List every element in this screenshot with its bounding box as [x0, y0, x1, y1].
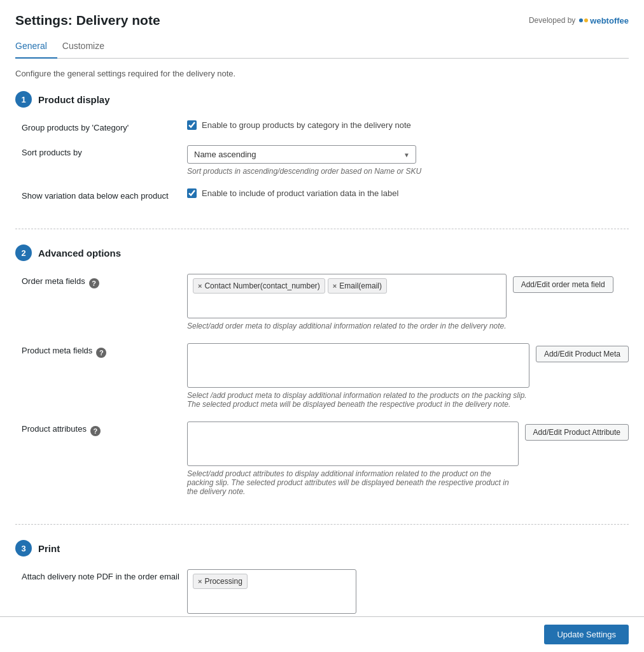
tab-general[interactable]: General: [15, 36, 57, 59]
field-content-product_meta: Select /add product meta to display addi…: [187, 343, 629, 409]
add-edit-btn-wrap-order_meta: Add/Edit order meta field: [513, 274, 613, 293]
update-settings-button[interactable]: Update Settings: [544, 625, 629, 644]
brand-name: webtoffee: [590, 16, 629, 25]
page-title: Settings: Delivery note: [15, 13, 160, 28]
section-header-1: 1Product display: [15, 91, 629, 108]
hint-sort_products: Sort products in ascending/descending or…: [187, 167, 629, 176]
field-row-product_attributes: Product attributes?Select/add product at…: [15, 422, 629, 496]
checkbox-variation_data[interactable]: [187, 188, 197, 198]
tag-label: Contact Number(contact_number): [204, 281, 319, 290]
tag-label: Email(email): [339, 281, 382, 290]
field-label-attach_pdf: Attach delivery note PDF in the order em…: [22, 569, 187, 581]
tags-input-area-order_meta: ×Contact Number(contact_number)×Email(em…: [187, 274, 507, 330]
add-edit-button-order_meta[interactable]: Add/Edit order meta field: [513, 276, 613, 293]
field-row-sort_products: Sort products byName ascendingName desce…: [15, 145, 629, 176]
help-icon[interactable]: ?: [96, 348, 106, 358]
tags-input-area-product_attributes: Select/add product attributes to display…: [187, 422, 519, 496]
logo-dot-blue: [579, 18, 583, 22]
config-description: Configure the general settings required …: [15, 69, 629, 78]
meta-area-product_attributes: Select/add product attributes to display…: [187, 422, 629, 496]
field-label-variation_data: Show variation data below each product: [22, 188, 187, 201]
tag-remove-button[interactable]: ×: [198, 282, 202, 290]
add-edit-button-product_meta[interactable]: Add/Edit Product Meta: [536, 346, 629, 362]
hint-order_meta: Select/add order meta to display additio…: [187, 322, 507, 330]
section-number-1: 1: [15, 91, 32, 108]
section-2: 2Advanced optionsOrder meta fields?×Cont…: [15, 244, 629, 525]
add-edit-btn-wrap-product_attributes: Add/Edit Product Attribute: [525, 422, 629, 441]
meta-area-order_meta: ×Contact Number(contact_number)×Email(em…: [187, 274, 613, 330]
hint-product_meta: Select /add product meta to display addi…: [187, 391, 529, 409]
sections-container: 1Product displayGroup products by 'Categ…: [15, 91, 629, 652]
field-label-group_products: Group products by 'Category': [22, 120, 187, 132]
field-label-order_meta: Order meta fields?: [22, 274, 187, 288]
section-title-2: Advanced options: [38, 248, 121, 259]
tags-input-area-product_meta: Select /add product meta to display addi…: [187, 343, 529, 409]
logo-dot-yellow: [584, 18, 588, 22]
checkbox-label-group_products: Enable to group products by category in …: [202, 120, 411, 130]
section-title-1: Product display: [38, 94, 110, 105]
tabs: General Customize: [15, 36, 629, 59]
field-content-group_products: Enable to group products by category in …: [187, 120, 629, 130]
add-edit-btn-wrap-product_meta: Add/Edit Product Meta: [536, 343, 629, 362]
tag: ×Processing: [193, 574, 248, 589]
field-label-product_attributes: Product attributes?: [22, 422, 187, 436]
meta-area-product_meta: Select /add product meta to display addi…: [187, 343, 629, 409]
tag-remove-button[interactable]: ×: [198, 578, 202, 585]
tag-label: Processing: [204, 577, 242, 586]
section-title-3: Print: [38, 543, 60, 554]
webtoffee-logo: webtoffee: [579, 16, 629, 25]
developed-by: Developed by webtoffee: [529, 16, 629, 25]
field-row-group_products: Group products by 'Category'Enable to gr…: [15, 120, 629, 132]
section-header-3: 3Print: [15, 540, 629, 556]
field-content-order_meta: ×Contact Number(contact_number)×Email(em…: [187, 274, 629, 330]
page-header: Settings: Delivery note Developed by web…: [15, 13, 629, 28]
tag-remove-button[interactable]: ×: [333, 282, 337, 290]
section-number-3: 3: [15, 540, 32, 556]
tags-box-product_attributes[interactable]: [187, 422, 519, 466]
tab-customize[interactable]: Customize: [62, 36, 115, 59]
select-wrapper-sort_products: Name ascendingName descendingSKU ascendi…: [187, 145, 416, 164]
hint-product_attributes: Select/add product attributes to display…: [187, 469, 519, 496]
developed-by-label: Developed by: [529, 16, 575, 25]
help-icon[interactable]: ?: [89, 278, 99, 288]
tag: ×Contact Number(contact_number): [193, 278, 325, 294]
checkbox-group_products[interactable]: [187, 120, 197, 130]
footer-bar: Update Settings: [0, 616, 644, 652]
add-edit-button-product_attributes[interactable]: Add/Edit Product Attribute: [525, 424, 629, 441]
section-header-2: 2Advanced options: [15, 244, 629, 261]
field-content-product_attributes: Select/add product attributes to display…: [187, 422, 629, 496]
select-area-sort_products: Name ascendingName descendingSKU ascendi…: [187, 145, 629, 176]
select-sort_products[interactable]: Name ascendingName descendingSKU ascendi…: [187, 145, 416, 164]
page-wrapper: Settings: Delivery note Developed by web…: [0, 0, 644, 652]
field-row-variation_data: Show variation data below each productEn…: [15, 188, 629, 201]
tags-box-order_meta[interactable]: ×Contact Number(contact_number)×Email(em…: [187, 274, 507, 318]
section-1: 1Product displayGroup products by 'Categ…: [15, 91, 629, 229]
field-row-order_meta: Order meta fields?×Contact Number(contac…: [15, 274, 629, 330]
tags-box-product_meta[interactable]: [187, 343, 529, 388]
field-label-sort_products: Sort products by: [22, 145, 187, 157]
checkbox-row-group_products: Enable to group products by category in …: [187, 120, 411, 130]
section-number-2: 2: [15, 244, 32, 261]
checkbox-row-variation_data: Enable to include of product variation d…: [187, 188, 398, 198]
tag: ×Email(email): [328, 278, 387, 294]
checkbox-label-variation_data: Enable to include of product variation d…: [202, 188, 398, 198]
field-content-sort_products: Name ascendingName descendingSKU ascendi…: [187, 145, 629, 176]
field-label-product_meta: Product meta fields?: [22, 343, 187, 358]
field-content-variation_data: Enable to include of product variation d…: [187, 188, 629, 198]
tags-box-attach_pdf[interactable]: ×Processing: [187, 569, 356, 614]
field-row-product_meta: Product meta fields?Select /add product …: [15, 343, 629, 409]
help-icon[interactable]: ?: [90, 426, 101, 436]
logo-dots: [579, 18, 588, 22]
